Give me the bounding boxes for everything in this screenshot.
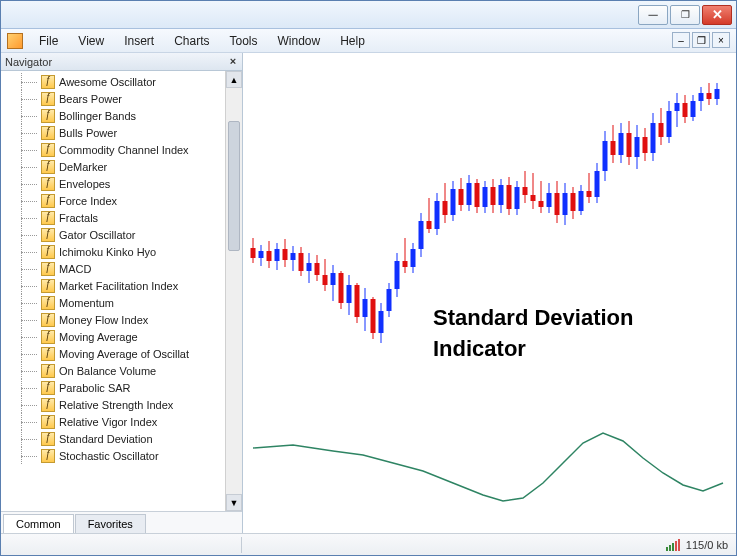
indicator-label: Ichimoku Kinko Hyo: [59, 246, 156, 258]
svg-rect-29: [363, 299, 368, 317]
indicator-item[interactable]: Relative Vigor Index: [1, 413, 225, 430]
function-icon: [41, 177, 55, 191]
function-icon: [41, 245, 55, 259]
indicator-item[interactable]: Standard Deviation: [1, 430, 225, 447]
function-icon: [41, 296, 55, 310]
indicator-item[interactable]: Money Flow Index: [1, 311, 225, 328]
indicator-label: Momentum: [59, 297, 114, 309]
indicator-label: Bulls Power: [59, 127, 117, 139]
indicator-item[interactable]: Bollinger Bands: [1, 107, 225, 124]
mdi-minimize-button[interactable]: –: [672, 32, 690, 48]
function-icon: [41, 160, 55, 174]
menu-help[interactable]: Help: [330, 31, 375, 51]
indicator-item[interactable]: Parabolic SAR: [1, 379, 225, 396]
function-icon: [41, 228, 55, 242]
app-icon: [7, 33, 23, 49]
svg-rect-55: [467, 183, 472, 205]
indicator-item[interactable]: DeMarker: [1, 158, 225, 175]
svg-rect-25: [347, 285, 352, 303]
scroll-thumb[interactable]: [228, 121, 240, 251]
svg-rect-87: [595, 171, 600, 197]
mdi-window-controls: – ❐ ×: [672, 32, 730, 48]
status-bar: 115/0 kb: [1, 533, 736, 555]
mdi-restore-button[interactable]: ❐: [692, 32, 710, 48]
svg-rect-7: [275, 249, 280, 261]
overlay-line2: Indicator: [433, 334, 633, 365]
function-icon: [41, 262, 55, 276]
indicator-item[interactable]: Commodity Channel Index: [1, 141, 225, 158]
svg-rect-59: [483, 187, 488, 207]
svg-rect-1: [251, 248, 256, 258]
svg-rect-5: [267, 251, 272, 261]
function-icon: [41, 432, 55, 446]
svg-rect-63: [499, 185, 504, 205]
indicator-label: MACD: [59, 263, 91, 275]
indicator-item[interactable]: Gator Oscillator: [1, 226, 225, 243]
indicator-item[interactable]: Awesome Oscillator: [1, 73, 225, 90]
svg-rect-19: [323, 275, 328, 285]
indicator-item[interactable]: Bulls Power: [1, 124, 225, 141]
signal-bars-icon: [666, 539, 680, 551]
indicator-item[interactable]: Ichimoku Kinko Hyo: [1, 243, 225, 260]
tab-favorites[interactable]: Favorites: [75, 514, 146, 534]
indicator-item[interactable]: Moving Average: [1, 328, 225, 345]
function-icon: [41, 381, 55, 395]
chart-overlay-text: Standard Deviation Indicator: [433, 303, 633, 365]
indicator-item[interactable]: Envelopes: [1, 175, 225, 192]
navigator-scrollbar[interactable]: ▲ ▼: [225, 71, 242, 511]
svg-rect-11: [291, 253, 296, 260]
menu-view[interactable]: View: [68, 31, 114, 51]
indicator-label: Standard Deviation: [59, 433, 153, 445]
indicator-item[interactable]: Force Index: [1, 192, 225, 209]
restore-button[interactable]: ❐: [670, 5, 700, 25]
indicator-label: Commodity Channel Index: [59, 144, 189, 156]
chart-pane[interactable]: Standard Deviation Indicator: [243, 53, 736, 533]
function-icon: [41, 194, 55, 208]
function-icon: [41, 313, 55, 327]
navigator-panel: Navigator × Awesome OscillatorBears Powe…: [1, 53, 243, 533]
menu-tools[interactable]: Tools: [220, 31, 268, 51]
close-button[interactable]: ✕: [702, 5, 732, 25]
svg-rect-13: [299, 253, 304, 271]
scroll-down-button[interactable]: ▼: [226, 494, 242, 511]
minimize-button[interactable]: ─: [638, 5, 668, 25]
content-area: Navigator × Awesome OscillatorBears Powe…: [1, 53, 736, 533]
function-icon: [41, 126, 55, 140]
scroll-up-button[interactable]: ▲: [226, 71, 242, 88]
indicator-item[interactable]: Market Facilitation Index: [1, 277, 225, 294]
overlay-line1: Standard Deviation: [433, 303, 633, 334]
indicator-item[interactable]: Moving Average of Oscillat: [1, 345, 225, 362]
menu-charts[interactable]: Charts: [164, 31, 219, 51]
indicator-item[interactable]: Momentum: [1, 294, 225, 311]
indicator-item[interactable]: Relative Strength Index: [1, 396, 225, 413]
svg-rect-73: [539, 201, 544, 207]
indicator-label: Moving Average of Oscillat: [59, 348, 189, 360]
menu-insert[interactable]: Insert: [114, 31, 164, 51]
svg-rect-35: [387, 289, 392, 311]
indicator-item[interactable]: Bears Power: [1, 90, 225, 107]
svg-rect-117: [715, 89, 720, 99]
menu-bar: File View Insert Charts Tools Window Hel…: [1, 29, 736, 53]
svg-rect-33: [379, 311, 384, 333]
svg-rect-93: [619, 133, 624, 155]
svg-rect-49: [443, 201, 448, 215]
navigator-title: Navigator: [5, 56, 52, 68]
indicator-label: Bears Power: [59, 93, 122, 105]
svg-rect-111: [691, 101, 696, 117]
menu-window[interactable]: Window: [268, 31, 331, 51]
svg-rect-67: [515, 187, 520, 209]
indicator-item[interactable]: Stochastic Oscillator: [1, 447, 225, 464]
svg-rect-79: [563, 193, 568, 215]
navigator-tree[interactable]: Awesome OscillatorBears PowerBollinger B…: [1, 71, 225, 511]
svg-rect-113: [699, 93, 704, 101]
indicator-item[interactable]: MACD: [1, 260, 225, 277]
svg-rect-41: [411, 249, 416, 267]
indicator-item[interactable]: On Balance Volume: [1, 362, 225, 379]
mdi-close-button[interactable]: ×: [712, 32, 730, 48]
tab-common[interactable]: Common: [3, 514, 74, 534]
indicator-item[interactable]: Fractals: [1, 209, 225, 226]
navigator-tabs: Common Favorites: [1, 511, 242, 533]
connection-status[interactable]: 115/0 kb: [658, 539, 736, 551]
navigator-close-button[interactable]: ×: [226, 54, 240, 68]
menu-file[interactable]: File: [29, 31, 68, 51]
